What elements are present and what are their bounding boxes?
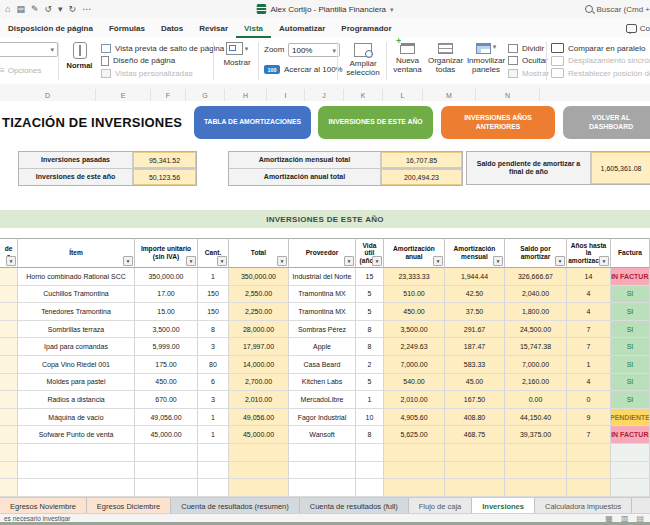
data-cell[interactable]: Copa Vino Riedel 001 — [18, 356, 135, 374]
date-cell[interactable] — [0, 356, 18, 374]
ribbon-tab-fórmulas[interactable]: Fórmulas — [101, 18, 153, 38]
zoom-to-100-button[interactable]: 100 Acercar al 100% — [264, 65, 343, 74]
empty-cell[interactable] — [505, 462, 567, 480]
factura-cell[interactable]: SI — [611, 391, 650, 409]
zoom-combobox[interactable]: 100% ▾ — [288, 43, 340, 57]
filter-button[interactable]: ▾ — [123, 256, 133, 266]
date-cell[interactable] — [0, 391, 18, 409]
summary-value[interactable]: 50,123.56 — [133, 169, 196, 185]
data-cell[interactable]: 5,625.00 — [384, 426, 445, 444]
empty-cell[interactable] — [356, 479, 384, 497]
empty-cell[interactable] — [445, 444, 505, 462]
factura-cell[interactable]: SIN FACTURA — [611, 268, 650, 286]
date-cell[interactable] — [0, 286, 18, 304]
data-cell[interactable]: Máquina de vacío — [18, 409, 135, 427]
ribbon-tab-datos[interactable]: Datos — [153, 18, 191, 38]
normal-view-button[interactable]: Normal — [63, 42, 96, 70]
empty-cell[interactable] — [18, 479, 135, 497]
search-area[interactable]: Buscar (Cmd + — [585, 5, 650, 14]
empty-cell[interactable] — [611, 462, 650, 480]
data-cell[interactable]: 15.00 — [135, 303, 198, 321]
factura-cell[interactable]: SI — [611, 286, 650, 304]
empty-cell[interactable] — [384, 444, 445, 462]
ribbon-tab-disposición-de-página[interactable]: Disposición de página — [0, 18, 101, 38]
empty-cell[interactable] — [611, 479, 650, 497]
zoom-to-selection-button[interactable]: Ampliar selección — [342, 43, 384, 78]
column-letter-d[interactable]: D — [0, 89, 96, 101]
data-cell[interactable]: 7 — [567, 321, 611, 339]
data-cell[interactable]: 45.00 — [445, 374, 505, 392]
column-letter-l[interactable]: L — [383, 89, 423, 101]
data-cell[interactable]: Tenedores Tramontina — [18, 303, 135, 321]
opciones-button[interactable]: ≡ Opciones — [0, 66, 41, 75]
data-cell[interactable]: 42.50 — [445, 286, 505, 304]
data-cell[interactable]: 150 — [198, 286, 229, 304]
data-cell[interactable]: Sofware Punto de venta — [18, 426, 135, 444]
data-cell[interactable]: 44,150.40 — [505, 409, 567, 427]
data-cell[interactable]: 2,700.00 — [229, 374, 289, 392]
empty-cell[interactable] — [0, 444, 18, 462]
data-cell[interactable]: 7 — [567, 426, 611, 444]
empty-cell[interactable] — [135, 479, 198, 497]
empty-cell[interactable] — [229, 444, 289, 462]
column-letter-k[interactable]: K — [344, 89, 383, 101]
data-cell[interactable]: Fagor Industrial — [289, 409, 356, 427]
ribbon-combobox[interactable]: ▾ — [0, 42, 58, 57]
date-cell[interactable] — [0, 409, 18, 427]
data-cell[interactable]: 175.00 — [135, 356, 198, 374]
data-cell[interactable]: 1 — [198, 268, 229, 286]
data-cell[interactable]: Moldes para pastel — [18, 374, 135, 392]
factura-cell[interactable]: SI — [611, 303, 650, 321]
filter-button[interactable]: ▾ — [186, 256, 196, 266]
data-cell[interactable]: Industrial del Norte — [289, 268, 356, 286]
data-cell[interactable]: Sombras Pérez — [289, 321, 356, 339]
empty-cell[interactable] — [229, 462, 289, 480]
date-cell[interactable] — [0, 426, 18, 444]
data-cell[interactable]: 450.00 — [384, 303, 445, 321]
data-cell[interactable]: 23,333.33 — [384, 268, 445, 286]
data-cell[interactable]: 350,000.00 — [135, 268, 198, 286]
data-cell[interactable]: 17,997.00 — [229, 338, 289, 356]
edit-icon[interactable]: ✎ — [31, 5, 39, 14]
data-cell[interactable]: 10 — [356, 409, 384, 427]
data-cell[interactable]: 1 — [567, 356, 611, 374]
data-cell[interactable]: 2 — [356, 356, 384, 374]
data-cell[interactable]: 7 — [567, 338, 611, 356]
data-cell[interactable]: Ipad para comandas — [18, 338, 135, 356]
data-cell[interactable]: 326,666.67 — [505, 268, 567, 286]
data-cell[interactable]: 670.00 — [135, 391, 198, 409]
sheet-tab-cuenta-de-resultados-resumen[interactable]: Cuenta de resultados (resumen) — [171, 498, 300, 514]
data-cell[interactable]: MercadoLibre — [289, 391, 356, 409]
mostrar-button[interactable]: ▾ Mostrar — [218, 42, 256, 67]
data-cell[interactable]: Tramontina MX — [289, 303, 356, 321]
redo-icon[interactable]: ↻ — [69, 5, 77, 14]
button-inversiones-de-este-año[interactable]: INVERSIONES DE ESTE AÑO — [318, 106, 433, 139]
data-cell[interactable]: 6 — [198, 374, 229, 392]
data-cell[interactable]: 2,160.00 — [505, 374, 567, 392]
data-cell[interactable]: 150 — [198, 303, 229, 321]
empty-cell[interactable] — [135, 462, 198, 480]
button-tabla-de-amortizaciones[interactable]: TABLA DE AMORTIZACIONES — [194, 106, 311, 139]
date-cell[interactable] — [0, 321, 18, 339]
data-cell[interactable]: 510.00 — [384, 286, 445, 304]
data-cell[interactable]: 17.00 — [135, 286, 198, 304]
data-cell[interactable]: 291.67 — [445, 321, 505, 339]
more-icon[interactable]: ⋯ — [82, 5, 91, 14]
empty-cell[interactable] — [289, 462, 356, 480]
empty-cell[interactable] — [18, 444, 135, 462]
date-cell[interactable] — [0, 374, 18, 392]
button-volver-al-dashboard[interactable]: VOLVER AL DASHBOARD — [563, 106, 650, 139]
data-cell[interactable]: 0 — [567, 391, 611, 409]
page-break-preview-button[interactable]: Vista previa de salto de página — [101, 43, 224, 53]
data-cell[interactable]: 8 — [356, 321, 384, 339]
empty-cell[interactable] — [445, 479, 505, 497]
data-cell[interactable]: 5 — [356, 286, 384, 304]
sheet-tab-flujo-de-caja[interactable]: Flujo de caja — [409, 498, 473, 514]
data-cell[interactable]: 1,944.44 — [445, 268, 505, 286]
column-letter-g[interactable]: G — [186, 89, 225, 101]
hide-button[interactable]: Ocultar — [508, 56, 549, 66]
page-layout-button[interactable]: Diseño de página — [101, 56, 224, 66]
empty-cell[interactable] — [135, 444, 198, 462]
data-cell[interactable]: 468.75 — [445, 426, 505, 444]
save-icon[interactable]: ▤ — [16, 5, 25, 14]
